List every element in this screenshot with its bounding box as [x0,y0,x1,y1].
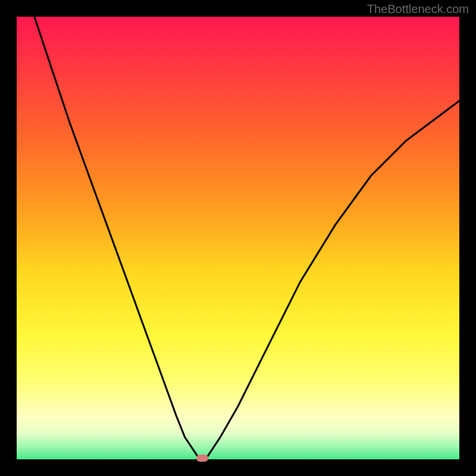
watermark-text: TheBottleneck.com [367,2,469,16]
bottleneck-curve [35,17,459,459]
optimal-point-marker [196,455,208,462]
chart-plot-area [17,17,459,459]
curve-svg [17,17,459,459]
